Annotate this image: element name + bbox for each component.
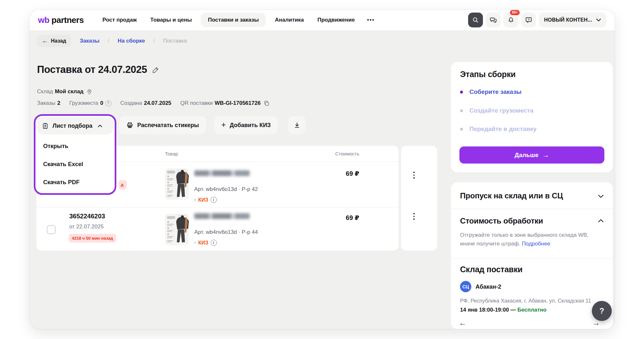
location-pin-icon[interactable]: [86, 89, 92, 95]
warehouse-address: РФ, Республика Хакасия, г. Абакан, ул. С…: [460, 298, 591, 304]
search-button[interactable]: [468, 13, 483, 27]
cargo-label: Грузоместа: [69, 100, 98, 106]
blurred-product-name: [194, 213, 250, 219]
support-button[interactable]: ?: [521, 13, 536, 27]
warehouse-name[interactable]: Абакан-2: [476, 284, 501, 290]
chevron-down-icon: [596, 18, 601, 22]
order-date: от 22.07.2025: [69, 224, 104, 230]
cargo-help-icon[interactable]: ?: [105, 100, 111, 106]
processing-title: Стоимость обработки: [460, 216, 543, 225]
row-menu-button[interactable]: [411, 212, 417, 221]
pass-section-header[interactable]: Пропуск на склад или в СЦ: [460, 191, 593, 200]
created-label: Создана: [120, 100, 142, 106]
breadcrumb-separator: /: [108, 38, 109, 44]
orders-label: Заказы: [37, 100, 55, 106]
chat-button[interactable]: [486, 13, 501, 27]
sorting-center-badge: СЦ: [460, 281, 471, 292]
article-size-line: Арт. wb4nv6o13d · Р-р 42: [194, 186, 258, 193]
download-button[interactable]: [288, 116, 306, 134]
supply-info-card: Пропуск на склад или в СЦ Стоимость обра…: [451, 182, 613, 329]
next-button[interactable]: Дальше →: [459, 146, 604, 164]
nav-item-promotion[interactable]: Продвижение: [313, 13, 359, 27]
picking-list-button[interactable]: Лист подбора: [37, 117, 113, 135]
qr-value: WB-GI-170561726: [215, 100, 261, 106]
pass-section-title: Пропуск на склад или в СЦ: [460, 191, 563, 200]
add-kiz-button[interactable]: + Добавить КИЗ: [214, 116, 278, 134]
add-kiz-label: Добавить КИЗ: [230, 122, 271, 129]
supply-warehouse-title: Склад поставки: [460, 265, 523, 274]
arrow-right-icon: →: [543, 151, 549, 159]
copy-icon[interactable]: [264, 100, 270, 106]
step-collect-orders[interactable]: Соберите заказы: [460, 88, 522, 95]
product-image[interactable]: [165, 168, 189, 200]
topbar-actions: 99+ ? НОВЫЙ КОНТЕН...: [468, 13, 606, 27]
step-bullet: [460, 109, 463, 112]
print-stickers-button[interactable]: Распечатать стикеры: [119, 116, 206, 134]
wb-partners-logo[interactable]: wb partners: [38, 15, 84, 25]
edit-pencil-icon[interactable]: [152, 66, 159, 74]
notifications-button[interactable]: 99+: [504, 13, 518, 27]
notification-count-badge: 99+: [510, 10, 520, 15]
kiz-info-icon[interactable]: i: [211, 240, 217, 246]
question-bubble-icon: ?: [525, 16, 532, 24]
price-value: 69 ₽: [346, 214, 359, 222]
price-value: 69 ₽: [346, 170, 359, 177]
kiz-info-icon[interactable]: i: [211, 197, 217, 203]
print-stickers-label: Распечатать стикеры: [137, 122, 199, 129]
chevron-up-icon[interactable]: [598, 219, 604, 223]
step-label: Создайте грузоместа: [469, 107, 533, 114]
kiz-label: КИЗ: [198, 197, 208, 203]
time-elapsed-badge: 4218 ч 50 мин назад: [69, 234, 116, 243]
clipboard-icon: [42, 123, 49, 129]
back-label: Назад: [51, 38, 66, 44]
product-info: Арт. wb4nv6o13d · Р-р 44 · КИЗ i: [194, 213, 258, 246]
menu-item-download-pdf[interactable]: Скачать PDF: [38, 173, 112, 191]
help-button[interactable]: ?: [592, 301, 612, 321]
nav-item-goods-prices[interactable]: Товары и цены: [146, 13, 197, 27]
supply-meta-line: Заказы 2 Грузоместа 0 ? Создана 24.07.20…: [37, 100, 270, 106]
back-button[interactable]: ← Назад: [37, 35, 71, 47]
bell-icon: [507, 16, 514, 24]
created-value: 24.07.2025: [144, 100, 171, 106]
logo-wb: wb: [38, 15, 49, 25]
step-label: Передайте в доставку: [469, 125, 536, 133]
main-nav: Рост продаж Товары и цены Поставки и зак…: [98, 13, 378, 27]
article-size-line: Арт. wb4nv6o13d · Р-р 44: [194, 229, 258, 236]
chat-icon: [490, 16, 497, 24]
schedule-text: 14 янв 18:00-19:00 —: [460, 307, 516, 313]
chevron-down-icon[interactable]: [598, 194, 604, 198]
top-navigation-bar: wb partners Рост продаж Товары и цены По…: [30, 10, 615, 30]
picking-list-dropdown-highlight: Лист подбора Открыть Скачать Excel Скача…: [34, 114, 116, 195]
nav-item-supplies-orders[interactable]: Поставки и заказы: [201, 13, 266, 27]
more-details-link[interactable]: Подробнее: [522, 241, 550, 247]
carousel-arrow-left[interactable]: ←: [459, 319, 466, 327]
row-menu-button[interactable]: [411, 170, 417, 180]
step-label: Соберите заказы: [469, 88, 522, 95]
printer-icon: [126, 122, 133, 129]
column-header-price: Стоимость: [323, 151, 371, 156]
menu-item-download-excel[interactable]: Скачать Excel: [38, 155, 112, 173]
nav-item-analytics[interactable]: Аналитика: [270, 13, 308, 27]
step-handover-delivery: Передайте в доставку: [460, 125, 536, 133]
picking-list-menu: Открыть Скачать Excel Скачать PDF: [37, 135, 113, 191]
nav-more-button[interactable]: •••: [364, 17, 378, 23]
assembly-stages-card: Этапы сборки Соберите заказы Создайте гр…: [451, 62, 613, 172]
kiz-separator: ·: [194, 240, 196, 246]
assembly-stages-title: Этапы сборки: [460, 70, 515, 79]
divider: [451, 258, 613, 259]
menu-item-open[interactable]: Открыть: [38, 137, 112, 155]
svg-text:?: ?: [528, 18, 530, 21]
nav-item-sales-growth[interactable]: Рост продаж: [98, 13, 141, 27]
breadcrumb-orders[interactable]: Заказы: [80, 38, 99, 44]
breadcrumb-current: Поставка: [163, 38, 187, 44]
blurred-product-name: [194, 170, 250, 176]
order-number[interactable]: 3652246203: [69, 213, 105, 220]
processing-section-header[interactable]: Стоимость обработки: [460, 216, 593, 225]
row-actions-panel: [401, 146, 437, 251]
kiz-label: КИЗ: [198, 240, 208, 246]
row-checkbox[interactable]: [47, 225, 56, 234]
product-image[interactable]: [165, 214, 189, 245]
account-switcher[interactable]: НОВЫЙ КОНТЕН...: [539, 13, 606, 27]
breadcrumb-on-assembly[interactable]: На сборке: [118, 38, 145, 44]
processing-note: Отгружайте только в зоне выбранного скла…: [460, 231, 604, 248]
